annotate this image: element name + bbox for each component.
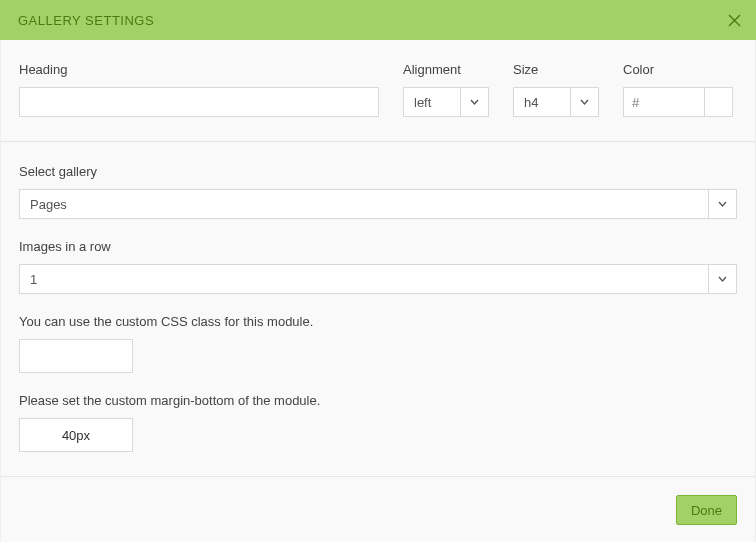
field-images-in-row: Images in a row 1 bbox=[19, 239, 737, 294]
size-dropdown-button[interactable] bbox=[571, 87, 599, 117]
label-alignment: Alignment bbox=[403, 62, 489, 77]
dialog-body: Heading Alignment left Size h4 bbox=[0, 40, 756, 542]
dialog-footer: Done bbox=[1, 477, 755, 542]
gallery-select-value: Pages bbox=[19, 189, 709, 219]
margin-bottom-input[interactable] bbox=[19, 418, 133, 452]
field-css-class: You can use the custom CSS class for thi… bbox=[19, 314, 737, 373]
images-in-row-dropdown-button[interactable] bbox=[709, 264, 737, 294]
alignment-value: left bbox=[403, 87, 461, 117]
gallery-select[interactable]: Pages bbox=[19, 189, 737, 219]
label-heading: Heading bbox=[19, 62, 379, 77]
images-in-row-value: 1 bbox=[19, 264, 709, 294]
gallery-dropdown-button[interactable] bbox=[709, 189, 737, 219]
dialog-header: GALLERY SETTINGS bbox=[0, 0, 756, 40]
chevron-down-icon bbox=[718, 201, 727, 207]
label-margin-bottom: Please set the custom margin-bottom of t… bbox=[19, 393, 737, 408]
field-alignment: Alignment left bbox=[403, 62, 489, 117]
label-images-in-row: Images in a row bbox=[19, 239, 737, 254]
section-gallery: Select gallery Pages Images in a row 1 Y… bbox=[1, 142, 755, 477]
label-color: Color bbox=[623, 62, 735, 77]
field-color: Color bbox=[623, 62, 735, 117]
label-size: Size bbox=[513, 62, 599, 77]
color-input-group bbox=[623, 87, 735, 117]
label-css-class: You can use the custom CSS class for thi… bbox=[19, 314, 737, 329]
chevron-down-icon bbox=[580, 99, 589, 105]
chevron-down-icon bbox=[470, 99, 479, 105]
field-margin-bottom: Please set the custom margin-bottom of t… bbox=[19, 393, 737, 452]
close-icon[interactable] bbox=[726, 12, 742, 28]
images-in-row-select[interactable]: 1 bbox=[19, 264, 737, 294]
field-select-gallery: Select gallery Pages bbox=[19, 164, 737, 219]
color-swatch-button[interactable] bbox=[705, 87, 733, 117]
heading-input[interactable] bbox=[19, 87, 379, 117]
color-input[interactable] bbox=[623, 87, 705, 117]
done-button[interactable]: Done bbox=[676, 495, 737, 525]
label-select-gallery: Select gallery bbox=[19, 164, 737, 179]
section-heading-row: Heading Alignment left Size h4 bbox=[1, 40, 755, 142]
alignment-select[interactable]: left bbox=[403, 87, 489, 117]
size-select[interactable]: h4 bbox=[513, 87, 599, 117]
dialog-title: GALLERY SETTINGS bbox=[18, 13, 154, 28]
field-size: Size h4 bbox=[513, 62, 599, 117]
chevron-down-icon bbox=[718, 276, 727, 282]
css-class-input[interactable] bbox=[19, 339, 133, 373]
field-heading: Heading bbox=[19, 62, 379, 117]
size-value: h4 bbox=[513, 87, 571, 117]
alignment-dropdown-button[interactable] bbox=[461, 87, 489, 117]
